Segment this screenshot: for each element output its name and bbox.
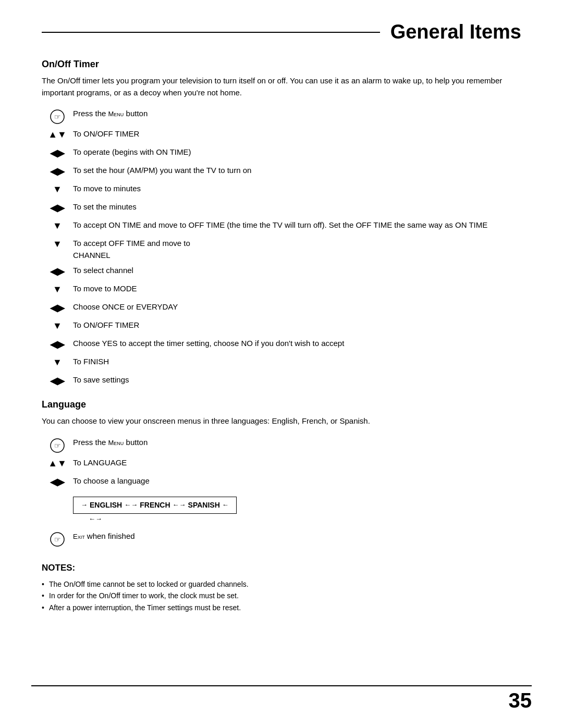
lang-english-label: ENGLISH [90, 500, 122, 511]
lang-arrow-mid1: ←→ [124, 500, 138, 510]
leftright-icon-cell: ◀▶ [42, 301, 73, 314]
updown-icon: ▲▼ [48, 129, 67, 140]
instruction-row: ☞ Exit when finished [42, 530, 521, 547]
instruction-text: To move to minutes [73, 183, 521, 195]
down-icon: ▼ [53, 284, 62, 295]
title-line [42, 32, 380, 33]
lang-spanish-label: SPANISH [188, 500, 220, 511]
instruction-row: ◀▶ To set the hour (AM/PM) you want the … [42, 165, 521, 179]
instruction-text: Choose YES to accept the timer setting, … [73, 338, 521, 350]
down-icon: ▼ [53, 239, 62, 250]
onoff-timer-description: The On/Off timer lets you program your t… [42, 75, 521, 98]
instruction-row: ▼ To ON/OFF TIMER [42, 319, 521, 334]
instruction-text: To LANGUAGE [73, 457, 521, 469]
leftright-icon-cell: ◀▶ [42, 475, 73, 488]
instruction-row: ◀▶ To choose a language [42, 475, 521, 490]
leftright-icon-cell: ◀▶ [42, 265, 73, 277]
notes-item: After a power interruption, the Timer se… [42, 602, 521, 613]
instruction-row: ▼ To FINISH [42, 356, 521, 371]
instruction-row: ▲▼ To LANGUAGE [42, 457, 521, 472]
hand-icon: ☞ [50, 438, 65, 453]
instruction-text: To operate (begins with ON TIME) [73, 146, 521, 158]
down-icon: ▼ [53, 357, 62, 368]
instruction-row: ▲▼ To ON/OFF TIMER [42, 128, 521, 143]
instruction-text: To set the minutes [73, 201, 521, 213]
instruction-row: ◀▶ To operate (begins with ON TIME) [42, 146, 521, 161]
hand-icon-cell: ☞ [42, 437, 73, 453]
down-icon-cell: ▼ [42, 238, 73, 250]
instruction-text: To accept ON TIME and move to OFF TIME (… [73, 219, 521, 231]
leftright-icon-cell: ◀▶ [42, 165, 73, 177]
lang-arrow-left: → [81, 500, 88, 510]
down-icon: ▼ [53, 320, 62, 331]
updown-icon-cell: ▲▼ [42, 457, 73, 469]
hand-icon-cell: ☞ [42, 108, 73, 125]
hand-icon-cell: ☞ [42, 530, 73, 547]
title-section: General Items [42, 21, 521, 43]
instruction-text-once-everyday: Choose ONCE or EVERYDAY [73, 301, 521, 313]
instruction-text: To FINISH [73, 356, 521, 368]
instruction-row: ☞ Press the Menu button [42, 108, 521, 125]
leftright-icon: ◀▶ [50, 302, 65, 314]
instruction-text: To move to MODE [73, 283, 521, 295]
instruction-row: ☞ Press the Menu button [42, 437, 521, 453]
onoff-timer-heading: On/Off Timer [42, 59, 521, 70]
notes-item: The On/Off time cannot be set to locked … [42, 578, 521, 590]
notes-heading: NOTES: [42, 563, 521, 573]
leftright-icon-cell: ◀▶ [42, 146, 73, 159]
hand-icon: ☞ [50, 109, 65, 125]
leftright-icon: ◀▶ [50, 147, 65, 159]
leftright-icon: ◀▶ [50, 202, 65, 214]
instruction-row: ◀▶ To select channel [42, 265, 521, 279]
instruction-row: ▼ To move to minutes [42, 183, 521, 198]
instruction-row: ◀▶ To set the minutes [42, 201, 521, 216]
language-diagram: → ENGLISH ←→ FRENCH ←→ SPANISH ← ←→ [73, 493, 521, 527]
page-title: General Items [390, 21, 521, 43]
down-icon-cell: ▼ [42, 356, 73, 368]
instruction-row: ▼ To accept OFF TIME and move toCHANNEL [42, 238, 521, 261]
down-icon-cell: ▼ [42, 319, 73, 331]
spacer-cell [42, 493, 73, 495]
instruction-row: ◀▶ Choose ONCE or EVERYDAY [42, 301, 521, 316]
language-diagram-row: → ENGLISH ←→ FRENCH ←→ SPANISH ← ←→ [42, 493, 521, 527]
leftright-icon-cell: ◀▶ [42, 201, 73, 214]
bottom-line [31, 685, 532, 686]
down-icon-cell: ▼ [42, 183, 73, 195]
instruction-row: ▼ To accept ON TIME and move to OFF TIME… [42, 219, 521, 234]
down-icon: ▼ [53, 220, 62, 231]
instruction-text: To save settings [73, 374, 521, 386]
instruction-text: To ON/OFF TIMER [73, 319, 521, 331]
updown-icon-cell: ▲▼ [42, 128, 73, 140]
instruction-text: Press the Menu button [73, 108, 521, 120]
onoff-timer-section: On/Off Timer The On/Off timer lets you p… [42, 59, 521, 389]
down-icon-cell: ▼ [42, 283, 73, 295]
lang-bottom-row: ←→ [89, 514, 102, 524]
page-number: 35 [509, 689, 532, 712]
lang-french-label: FRENCH [140, 500, 170, 511]
leftright-icon: ◀▶ [50, 375, 65, 387]
instruction-text: To ON/OFF TIMER [73, 128, 521, 140]
instruction-text: Exit when finished [73, 530, 521, 542]
leftright-icon: ◀▶ [50, 339, 65, 350]
leftright-icon: ◀▶ [50, 166, 65, 177]
hand-icon: ☞ [50, 532, 65, 547]
instruction-text: To select channel [73, 265, 521, 277]
language-section: Language You can choose to view your ons… [42, 399, 521, 547]
language-diagram-box: → ENGLISH ←→ FRENCH ←→ SPANISH ← [73, 497, 237, 514]
lang-arrow-mid2: ←→ [173, 500, 186, 510]
leftright-icon: ◀▶ [50, 476, 65, 488]
notes-item: In order for the On/Off timer to work, t… [42, 590, 521, 601]
language-description: You can choose to view your onscreen men… [42, 415, 521, 427]
instruction-row: ◀▶ To save settings [42, 374, 521, 389]
instruction-text: Press the Menu button [73, 437, 521, 449]
leftright-icon-cell: ◀▶ [42, 338, 73, 350]
leftright-icon-cell: ◀▶ [42, 374, 73, 387]
leftright-icon: ◀▶ [50, 266, 65, 277]
svg-text:☞: ☞ [54, 113, 61, 121]
svg-text:☞: ☞ [54, 535, 61, 544]
notes-list: The On/Off time cannot be set to locked … [42, 578, 521, 613]
lang-arrow-right: ← [222, 500, 229, 510]
instruction-text: To accept OFF TIME and move toCHANNEL [73, 238, 521, 261]
down-icon-cell: ▼ [42, 219, 73, 231]
onoff-timer-instructions: ☞ Press the Menu button ▲▼ To ON/OFF TIM… [42, 108, 521, 389]
